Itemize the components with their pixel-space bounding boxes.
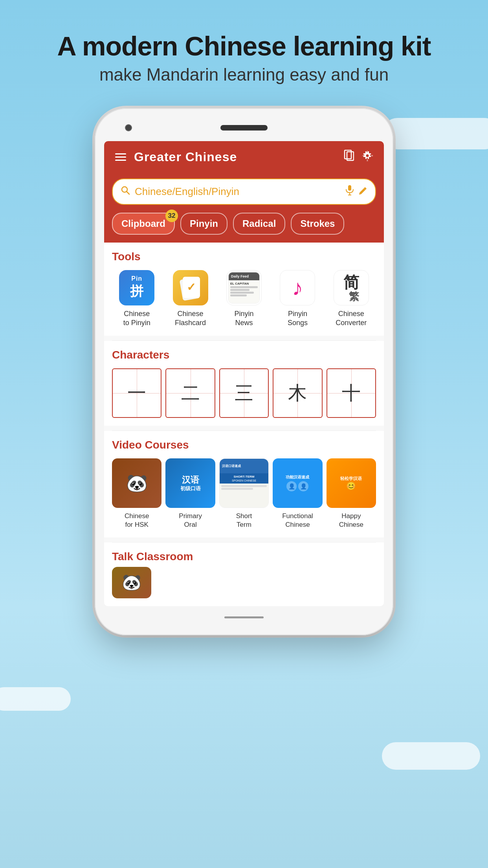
songs-icon: ♪ — [280, 270, 315, 305]
panda-emoji: 🐼 — [126, 473, 148, 493]
phone-top-hardware — [104, 120, 384, 136]
video-short[interactable]: 汉语口语速成 SHORT-TERM SPOKEN CHINESE — [219, 458, 269, 530]
talk-preview-thumbnail[interactable]: 🐼 — [112, 567, 151, 598]
flashcard-tool-label: ChineseFlashcard — [175, 309, 206, 328]
happy-thumbnail: 轻松学汉语 😊 — [327, 458, 376, 508]
char-item-4[interactable]: 木 — [273, 368, 322, 418]
svg-line-5 — [127, 192, 130, 195]
hsk-thumbnail: 🐼 — [112, 458, 161, 508]
news-tool-label: PinyinNews — [235, 309, 254, 328]
phone-frame: Greater Chinese — [95, 108, 393, 635]
cloud-decoration-2 — [0, 687, 71, 711]
char-4: 木 — [288, 381, 307, 406]
front-camera — [126, 125, 131, 131]
quick-buttons-bar: Clipboard 32 Pinyin Radical Strokes — [104, 213, 384, 243]
oral-label: PrimaryOral — [179, 512, 202, 529]
converter-tool-label: ChineseConverter — [336, 309, 367, 328]
video-happy[interactable]: 轻松学汉语 😊 HappyChinese — [327, 458, 376, 530]
app-navbar: Greater Chinese — [104, 141, 384, 173]
pinyin-icon: Pin 拼 — [119, 270, 154, 305]
strokes-button[interactable]: Strokes — [291, 213, 344, 235]
char-item-2[interactable]: 二 — [165, 368, 215, 418]
phone-bottom — [104, 612, 384, 623]
tools-section-title: Tools — [112, 250, 376, 263]
nav-left: Greater Chinese — [115, 150, 237, 164]
search-area: Chinese/English/Pinyin — [104, 173, 384, 213]
short-label: ShortTerm — [236, 512, 252, 529]
char-item-5[interactable]: 十 — [327, 368, 376, 418]
pinyin-icon-top: Pin — [131, 275, 142, 282]
happy-label: HappyChinese — [339, 512, 363, 529]
characters-grid: 一 二 三 木 十 — [112, 368, 376, 418]
traditional-char: 繁 — [349, 291, 359, 302]
search-icon — [121, 186, 130, 197]
pencil-icon[interactable] — [359, 186, 367, 198]
short-thumbnail: 汉语口语速成 SHORT-TERM SPOKEN CHINESE — [219, 458, 269, 508]
settings-icon[interactable] — [362, 150, 373, 164]
video-hsk[interactable]: 🐼 Chinesefor HSK — [112, 458, 161, 530]
video-functional[interactable]: 功能汉语速成 👤 👤 FunctionalChinese — [273, 458, 322, 530]
microphone-icon[interactable] — [345, 185, 354, 199]
svg-rect-6 — [348, 185, 351, 191]
page-header: A modern Chinese learning kit make Manda… — [57, 31, 431, 85]
clipboard-badge: 32 — [165, 210, 178, 222]
characters-title: Characters — [112, 349, 376, 361]
tools-grid: Pin 拼 Chineseto Pinyin — [112, 270, 376, 328]
pinyin-tool-label: Chineseto Pinyin — [123, 309, 150, 328]
app-content: Tools Pin 拼 Chineseto Pinyin — [104, 243, 384, 606]
flashcard-icon: ✓ — [173, 270, 208, 305]
char-item-1[interactable]: 一 — [112, 368, 161, 418]
search-bar[interactable]: Chinese/English/Pinyin — [112, 178, 376, 205]
tool-songs[interactable]: ♪ PinyinSongs — [273, 270, 322, 328]
talk-classroom-title: Talk Classroom — [112, 550, 376, 563]
tool-news[interactable]: Daily Feed EL CAPITAN — [219, 270, 269, 328]
clipboard-button[interactable]: Clipboard 32 — [112, 213, 175, 235]
tool-flashcard[interactable]: ✓ ChineseFlashcard — [165, 270, 215, 328]
svg-point-3 — [366, 154, 369, 157]
main-headline: A modern Chinese learning kit — [57, 31, 431, 61]
radical-button[interactable]: Radical — [233, 213, 285, 235]
functional-label: FunctionalChinese — [282, 512, 313, 529]
video-courses-section: Video Courses 🐼 Chinesefor HSK — [104, 431, 384, 537]
app-title: Greater Chinese — [134, 150, 237, 164]
nav-right — [344, 150, 373, 164]
phone-speaker — [220, 125, 268, 131]
cloud-decoration-3 — [382, 742, 480, 770]
pinyin-icon-char: 拼 — [130, 282, 143, 300]
search-placeholder: Chinese/English/Pinyin — [135, 186, 341, 198]
bookmark-icon[interactable] — [344, 150, 354, 164]
video-oral[interactable]: 汉语 初级口语 PrimaryOral — [165, 458, 215, 530]
cloud-decoration-1 — [382, 118, 488, 149]
oral-text: 汉语 初级口语 — [180, 475, 201, 491]
video-grid: 🐼 Chinesefor HSK 汉语 初级口语 — [112, 458, 376, 530]
tool-pinyin-converter[interactable]: Pin 拼 Chineseto Pinyin — [112, 270, 161, 328]
char-2: 二 — [181, 381, 200, 406]
app-screen: Greater Chinese — [104, 141, 384, 606]
news-icon: Daily Feed EL CAPITAN — [226, 270, 262, 305]
phone-body: Greater Chinese — [95, 108, 393, 635]
songs-tool-label: PinyinSongs — [288, 309, 308, 328]
converter-icon: 简 繁 — [334, 270, 369, 305]
char-5: 十 — [342, 381, 361, 406]
tools-section: Tools Pin 拼 Chineseto Pinyin — [104, 243, 384, 336]
simplified-char: 简 — [343, 274, 359, 291]
video-courses-title: Video Courses — [112, 439, 376, 451]
pinyin-button[interactable]: Pinyin — [180, 213, 227, 235]
char-3: 三 — [235, 381, 253, 406]
menu-button[interactable] — [115, 153, 126, 161]
char-1: 一 — [127, 381, 146, 406]
characters-section: Characters 一 二 三 木 — [104, 341, 384, 426]
oral-thumbnail: 汉语 初级口语 — [165, 458, 215, 508]
main-subheadline: make Mandarin learning easy and fun — [57, 65, 431, 85]
functional-thumbnail: 功能汉语速成 👤 👤 — [273, 458, 322, 508]
talk-classroom-section: Talk Classroom 🐼 — [104, 542, 384, 606]
home-indicator — [224, 616, 264, 618]
hsk-label: Chinesefor HSK — [125, 512, 149, 529]
tool-converter[interactable]: 简 繁 ChineseConverter — [327, 270, 376, 328]
char-item-3[interactable]: 三 — [219, 368, 269, 418]
